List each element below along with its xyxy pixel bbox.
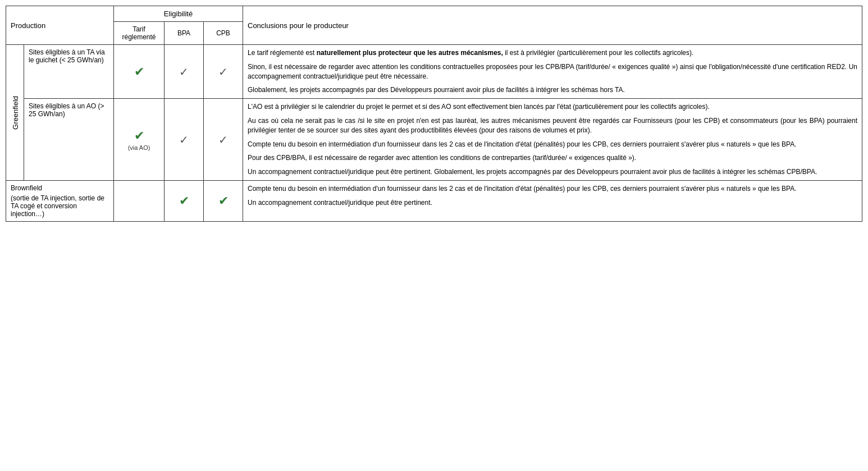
main-table: Production Eligibilité Conclusions pour … bbox=[6, 6, 862, 222]
row2-tarif-check: ✔ (via AO) bbox=[114, 99, 165, 181]
row1-bpa-check: ✓ bbox=[165, 45, 204, 99]
check-outline-icon: ✓ bbox=[179, 65, 189, 79]
check-outline-icon2: ✓ bbox=[218, 65, 228, 79]
header-cpb: CPB bbox=[204, 22, 243, 45]
row1-tarif-check: ✔ bbox=[114, 45, 165, 99]
row3-cpb-check: ✔ bbox=[204, 180, 243, 221]
header-tarif: Tarif réglementé bbox=[114, 22, 165, 45]
row1-cpb-check: ✓ bbox=[204, 45, 243, 99]
check-outline-icon3: ✓ bbox=[179, 133, 189, 147]
check-full-icon4: ✔ bbox=[218, 194, 229, 208]
check-full-icon3: ✔ bbox=[179, 194, 189, 208]
via-ao-label: (via AO) bbox=[118, 144, 159, 151]
row3-conclusion: Compte tenu du besoin en intermédiation … bbox=[243, 180, 862, 221]
header-bpa: BPA bbox=[165, 22, 204, 45]
row2-conclusion: L'AO est à privilégier si le calendrier … bbox=[243, 99, 862, 181]
site-row2-label: Sites éligibles à un AO (> 25 GWh/an) bbox=[24, 99, 114, 181]
header-production: Production bbox=[6, 6, 114, 45]
brownfield-label: Brownfield (sortie de TA injection, sort… bbox=[6, 180, 114, 221]
row1-conclusion: Le tarif réglementé est naturellement pl… bbox=[243, 45, 862, 99]
check-outline-icon4: ✓ bbox=[218, 133, 228, 147]
check-full-icon: ✔ bbox=[134, 65, 144, 79]
check-full-icon2: ✔ bbox=[134, 129, 144, 143]
greenfield-label: Greenfield bbox=[6, 45, 24, 181]
row3-bpa-check: ✔ bbox=[165, 180, 204, 221]
row2-cpb-check: ✓ bbox=[204, 99, 243, 181]
site-row1-label: Sites éligibles à un TA via le guichet (… bbox=[24, 45, 114, 99]
row2-bpa-check: ✓ bbox=[165, 99, 204, 181]
row3-tarif-check bbox=[114, 180, 165, 221]
header-eligibilite: Eligibilité bbox=[114, 6, 243, 22]
header-conclusions: Conclusions pour le producteur bbox=[243, 6, 862, 45]
